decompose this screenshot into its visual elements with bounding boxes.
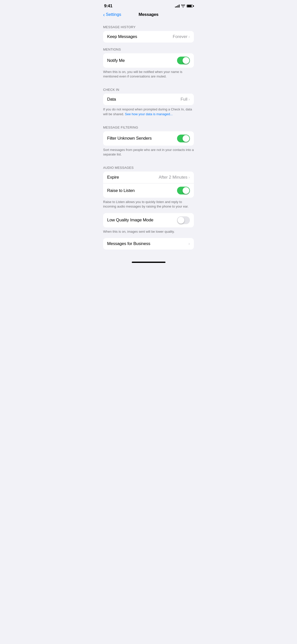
back-chevron-icon: ‹: [103, 12, 105, 17]
expire-row[interactable]: Expire After 2 Minutes ›: [103, 172, 194, 183]
message-history-card: Keep Messages Forever ›: [103, 31, 194, 43]
audio-messages-header: AUDIO MESSAGES: [99, 161, 198, 172]
expire-chevron-icon: ›: [188, 175, 190, 180]
expire-value: After 2 Minutes ›: [159, 175, 190, 180]
mentions-section: MENTIONS Notify Me When this is on, you …: [99, 43, 198, 83]
keep-messages-value: Forever ›: [173, 34, 190, 39]
home-bar: [132, 262, 165, 263]
expire-value-text: After 2 Minutes: [159, 175, 187, 180]
audio-messages-card: Expire After 2 Minutes › Raise to Listen: [103, 172, 194, 198]
data-value: Full ›: [181, 97, 190, 102]
low-quality-toggle-thumb: [178, 217, 184, 224]
filter-unknown-senders-row: Filter Unknown Senders: [103, 131, 194, 146]
signal-icon: [175, 5, 180, 8]
messages-for-business-section: Messages for Business ›: [99, 238, 198, 250]
message-filtering-header: MESSAGE FILTERING: [99, 120, 198, 131]
notify-me-toggle[interactable]: [177, 57, 190, 64]
status-bar: 9:41: [99, 0, 198, 10]
raise-to-listen-label: Raise to Listen: [107, 188, 135, 193]
check-in-card: Data Full ›: [103, 94, 194, 105]
low-quality-row: Low Quality Image Mode: [103, 213, 194, 227]
status-icons: [175, 5, 193, 8]
raise-to-listen-toggle-thumb: [183, 187, 189, 194]
audio-messages-section: AUDIO MESSAGES Expire After 2 Minutes › …: [99, 161, 198, 213]
keep-messages-value-text: Forever: [173, 34, 188, 39]
message-history-header: MESSAGE HISTORY: [99, 20, 198, 31]
messages-for-business-row[interactable]: Messages for Business ›: [103, 238, 194, 250]
keep-messages-row[interactable]: Keep Messages Forever ›: [103, 31, 194, 43]
back-label: Settings: [106, 12, 121, 17]
message-filtering-section: MESSAGE FILTERING Filter Unknown Senders…: [99, 120, 198, 161]
settings-content: MESSAGE HISTORY Keep Messages Forever › …: [99, 20, 198, 260]
filter-unknown-senders-toggle[interactable]: [177, 135, 190, 142]
data-row[interactable]: Data Full ›: [103, 94, 194, 105]
message-history-section: MESSAGE HISTORY Keep Messages Forever ›: [99, 20, 198, 43]
data-value-text: Full: [181, 97, 187, 102]
wifi-icon: [181, 5, 185, 8]
check-in-footer-link[interactable]: See how your data is managed...: [125, 112, 173, 116]
expire-label: Expire: [107, 175, 119, 180]
data-chevron-icon: ›: [188, 97, 190, 102]
nav-bar: ‹ Settings Messages: [99, 10, 198, 20]
keep-messages-chevron-icon: ›: [188, 34, 190, 39]
audio-messages-footer: Raise to Listen allows you to quickly li…: [99, 198, 198, 213]
message-filtering-card: Filter Unknown Senders: [103, 131, 194, 146]
low-quality-card: Low Quality Image Mode: [103, 213, 194, 227]
settings-back-button[interactable]: ‹ Settings: [103, 12, 121, 17]
status-time: 9:41: [104, 4, 112, 9]
message-filtering-footer: Sort messages from people who are not in…: [99, 146, 198, 161]
low-quality-label: Low Quality Image Mode: [107, 218, 153, 223]
filter-unknown-senders-toggle-thumb: [183, 135, 189, 142]
data-label: Data: [107, 97, 116, 102]
check-in-header: CHECK IN: [99, 83, 198, 94]
battery-icon: [187, 5, 193, 8]
check-in-section: CHECK IN Data Full › If you do not respo…: [99, 83, 198, 120]
notify-me-row: Notify Me: [103, 53, 194, 68]
raise-to-listen-row: Raise to Listen: [103, 183, 194, 198]
notify-me-toggle-thumb: [183, 57, 189, 64]
mentions-header: MENTIONS: [99, 43, 198, 53]
filter-unknown-senders-label: Filter Unknown Senders: [107, 136, 152, 141]
check-in-footer: If you do not respond when prompted duri…: [99, 105, 198, 120]
keep-messages-label: Keep Messages: [107, 34, 137, 39]
low-quality-footer: When this is on, images sent will be low…: [99, 227, 198, 238]
messages-for-business-label: Messages for Business: [107, 241, 150, 246]
low-quality-toggle[interactable]: [177, 216, 190, 224]
notify-me-label: Notify Me: [107, 58, 125, 63]
mentions-footer: When this is on, you will be notified wh…: [99, 68, 198, 83]
mentions-card: Notify Me: [103, 53, 194, 68]
low-quality-section: Low Quality Image Mode When this is on, …: [99, 213, 198, 238]
page-title: Messages: [139, 12, 158, 17]
home-indicator: [99, 260, 198, 266]
raise-to-listen-toggle[interactable]: [177, 187, 190, 194]
messages-for-business-card: Messages for Business ›: [103, 238, 194, 250]
messages-for-business-chevron-icon: ›: [188, 241, 190, 246]
